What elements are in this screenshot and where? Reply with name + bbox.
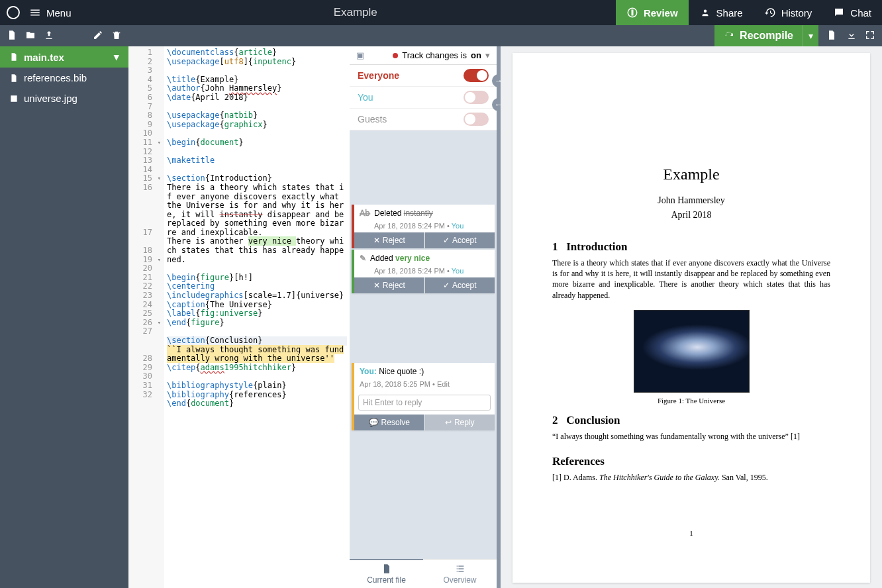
toggle-label: You — [358, 92, 373, 103]
review-footer: Current file Overview — [350, 559, 497, 588]
chat-button[interactable]: Chat — [822, 0, 882, 25]
menu-button[interactable]: Menu — [25, 7, 75, 19]
change-added: ✎ Added very nice Apr 18, 2018 5:24 PM •… — [352, 250, 495, 293]
upload-icon — [44, 30, 54, 40]
new-file-button[interactable] — [7, 30, 17, 42]
pdf-page: Example John Hammersley April 2018 1 Int… — [513, 53, 870, 583]
download-icon — [846, 30, 857, 40]
strikethrough-icon: A̶b̶ — [360, 209, 370, 218]
recompile-dropdown[interactable]: ▾ — [803, 25, 818, 46]
chevron-down-icon[interactable]: ▾ — [485, 50, 490, 60]
tab-overview[interactable]: Overview — [423, 560, 497, 588]
pencil-icon — [93, 30, 103, 40]
expand-icon — [865, 30, 875, 40]
file-icon — [9, 52, 19, 62]
pdf-title: Example — [552, 166, 830, 183]
overview-toggle[interactable]: ▣ — [356, 50, 364, 60]
accept-button[interactable]: ✓ Accept — [425, 277, 495, 293]
pdf-references-heading: References — [552, 455, 830, 468]
pdf-preview[interactable]: Example John Hammersley April 2018 1 Int… — [501, 46, 882, 588]
toggle-label: Everyone — [358, 70, 399, 81]
toggle-guests: Guests — [350, 109, 497, 130]
review-panel: ▣ Track changes is on ▾ Everyone You Gue… — [350, 46, 497, 588]
download-button[interactable] — [846, 30, 857, 42]
reply-input[interactable]: Hit Enter to reply — [358, 395, 491, 411]
history-button[interactable]: History — [754, 0, 823, 25]
main-area: main.tex ▾ references.bib universe.jpg 1… — [0, 46, 882, 588]
file-text-icon — [826, 30, 837, 40]
upload-button[interactable] — [44, 30, 54, 42]
fullscreen-button[interactable] — [865, 30, 882, 42]
track-changes-header[interactable]: ▣ Track changes is on ▾ — [350, 46, 497, 65]
deleted-text: instantly — [404, 209, 433, 218]
chat-icon — [833, 7, 845, 19]
overleaf-logo — [5, 4, 22, 21]
share-button[interactable]: Share — [689, 0, 754, 25]
comment-card: You: Nice quote :) Apr 18, 2018 5:25 PM … — [352, 363, 495, 430]
comment-text: Nice quote :) — [379, 367, 424, 376]
list-icon — [455, 564, 466, 574]
line-gutter: 12345678910 1112131415 16 17 18192021222… — [128, 46, 164, 588]
change-timestamp: Apr 18, 2018 5:24 PM — [374, 267, 445, 275]
share-label: Share — [716, 7, 743, 19]
pdf-author: John Hammersley — [552, 195, 830, 206]
file-icon — [381, 564, 392, 574]
change-deleted: A̶b̶ Deleted instantly Apr 18, 2018 5:24… — [352, 205, 495, 248]
hamburger-icon — [29, 7, 41, 19]
history-label: History — [781, 7, 812, 19]
pdf-section-1: 1 Introduction — [552, 240, 830, 254]
code-editor[interactable]: 12345678910 1112131415 16 17 18192021222… — [128, 46, 350, 588]
track-state: on — [471, 50, 481, 60]
pdf-figure: Figure 1: The Universe — [552, 310, 830, 405]
change-author: You — [452, 222, 464, 230]
review-button[interactable]: Review — [616, 0, 689, 25]
chevron-down-icon[interactable]: ▾ — [114, 51, 119, 63]
rename-button[interactable] — [93, 30, 103, 42]
logs-button[interactable] — [826, 30, 837, 42]
accept-button[interactable]: ✓ Accept — [425, 232, 495, 248]
file-tree: main.tex ▾ references.bib universe.jpg — [0, 46, 128, 588]
deleted-label: Deleted — [374, 209, 401, 218]
delete-button[interactable] — [111, 30, 122, 42]
switch-you[interactable] — [464, 91, 489, 104]
menu-label: Menu — [46, 7, 72, 19]
track-toggles: Everyone You Guests — [350, 65, 497, 130]
file-references-bib[interactable]: references.bib — [0, 68, 128, 88]
file-main-tex[interactable]: main.tex ▾ — [0, 46, 128, 68]
added-text: very nice — [395, 254, 430, 263]
switch-everyone[interactable] — [464, 69, 489, 82]
new-folder-button[interactable] — [25, 30, 36, 42]
top-bar: Menu Example Review Share History Chat — [0, 0, 882, 25]
image-icon — [9, 94, 19, 103]
review-label: Review — [644, 7, 678, 19]
folder-icon — [25, 30, 36, 40]
file-icon — [7, 30, 17, 40]
refresh-icon — [724, 30, 734, 41]
change-author: You — [452, 267, 464, 275]
pdf-paragraph: There is a theory which states that if e… — [552, 258, 830, 301]
edit-link[interactable]: Edit — [437, 380, 450, 388]
comment-author: You: — [360, 367, 377, 376]
reject-button[interactable]: ✕ Reject — [354, 232, 425, 248]
pencil-icon: ✎ — [360, 254, 366, 263]
tab-label: Overview — [443, 575, 476, 585]
resolve-button[interactable]: 💬 Resolve — [354, 415, 425, 430]
change-timestamp: Apr 18, 2018 5:24 PM — [374, 222, 445, 230]
recompile-wrap: Recompile ▾ — [714, 25, 882, 46]
up-button[interactable] — [81, 7, 89, 18]
file-universe-jpg[interactable]: universe.jpg — [0, 88, 128, 109]
tab-current-file[interactable]: Current file — [350, 559, 423, 588]
chat-label: Chat — [850, 7, 871, 19]
record-dot-icon — [393, 53, 398, 58]
reply-button[interactable]: ↩ Reply — [425, 415, 495, 430]
added-label: Added — [370, 254, 393, 263]
switch-guests[interactable] — [464, 113, 489, 126]
pdf-date: April 2018 — [552, 210, 830, 220]
reject-button[interactable]: ✕ Reject — [354, 277, 425, 293]
recompile-button[interactable]: Recompile — [714, 25, 803, 46]
code-content[interactable]: \documentclass{article}\usepackage[utf8]… — [164, 46, 350, 588]
review-icon — [626, 7, 638, 19]
tab-label: Current file — [367, 575, 406, 585]
toggle-you: You — [350, 87, 497, 109]
file-label: references.bib — [24, 72, 87, 83]
